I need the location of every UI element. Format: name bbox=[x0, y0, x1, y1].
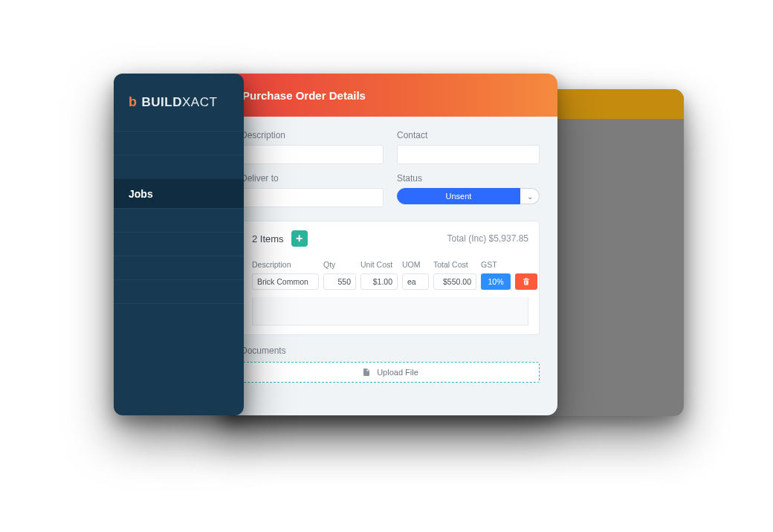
panel-header: Purchase Order Details bbox=[223, 74, 557, 117]
sidebar-item-label: Jobs bbox=[129, 188, 153, 200]
brand-text-bold: BUILD bbox=[142, 95, 182, 109]
brand-text-thin: XACT bbox=[182, 95, 217, 109]
delete-row-button[interactable] bbox=[515, 273, 537, 290]
col-unit-cost: Unit Cost bbox=[360, 260, 398, 269]
upload-file-label: Upload File bbox=[377, 368, 418, 377]
plus-icon: + bbox=[296, 233, 303, 244]
sidebar: b BUILDXACT Jobs bbox=[114, 74, 244, 415]
chevron-down-icon: ⌄ bbox=[527, 192, 533, 201]
description-label: Description bbox=[241, 130, 384, 140]
upload-icon bbox=[362, 368, 371, 377]
contact-input[interactable] bbox=[397, 145, 540, 164]
add-item-button[interactable]: + bbox=[291, 230, 308, 247]
deliver-to-label: Deliver to bbox=[241, 173, 384, 184]
col-description: Description bbox=[252, 260, 319, 269]
purchase-order-panel: Purchase Order Details Description Conta… bbox=[223, 74, 557, 415]
upload-file-button[interactable]: Upload File bbox=[241, 362, 540, 383]
items-count: 2 Items bbox=[252, 233, 284, 244]
brand-mark-icon: b bbox=[129, 94, 138, 110]
col-total-cost: Total Cost bbox=[433, 260, 476, 269]
items-empty-row bbox=[252, 297, 528, 325]
sidebar-item[interactable] bbox=[114, 279, 244, 303]
col-uom: UOM bbox=[402, 260, 429, 269]
sidebar-item[interactable] bbox=[114, 208, 244, 232]
items-card: 2 Items + Total (Inc) $5,937.85 Descript… bbox=[241, 221, 540, 335]
col-qty: Qty bbox=[323, 260, 356, 269]
sidebar-item-jobs[interactable]: Jobs bbox=[114, 178, 244, 208]
row-uom[interactable]: ea bbox=[402, 273, 429, 290]
status-pill[interactable]: Unsent bbox=[397, 188, 520, 204]
panel-title: Purchase Order Details bbox=[242, 89, 366, 102]
row-qty[interactable]: 550 bbox=[323, 273, 356, 290]
col-gst: GST bbox=[481, 260, 511, 269]
deliver-to-input[interactable] bbox=[241, 188, 384, 207]
row-unit-cost[interactable]: $1.00 bbox=[360, 273, 398, 290]
status-dropdown-toggle[interactable]: ⌄ bbox=[520, 188, 540, 204]
sidebar-item[interactable] bbox=[114, 155, 244, 178]
description-input[interactable] bbox=[241, 145, 384, 164]
status-label: Status bbox=[397, 173, 540, 184]
items-total: Total (Inc) $5,937.85 bbox=[447, 233, 528, 244]
sidebar-item[interactable] bbox=[114, 303, 244, 327]
row-total-cost[interactable]: $550.00 bbox=[433, 273, 476, 290]
documents-label: Documents bbox=[241, 346, 540, 356]
row-gst-badge[interactable]: 10% bbox=[481, 273, 511, 290]
sidebar-item[interactable] bbox=[114, 232, 244, 256]
sidebar-item[interactable] bbox=[114, 256, 244, 279]
sidebar-item[interactable] bbox=[114, 131, 244, 155]
row-description[interactable]: Brick Common bbox=[252, 273, 319, 290]
trash-icon bbox=[522, 277, 531, 286]
contact-label: Contact bbox=[397, 130, 540, 140]
brand-logo: b BUILDXACT bbox=[114, 74, 244, 126]
